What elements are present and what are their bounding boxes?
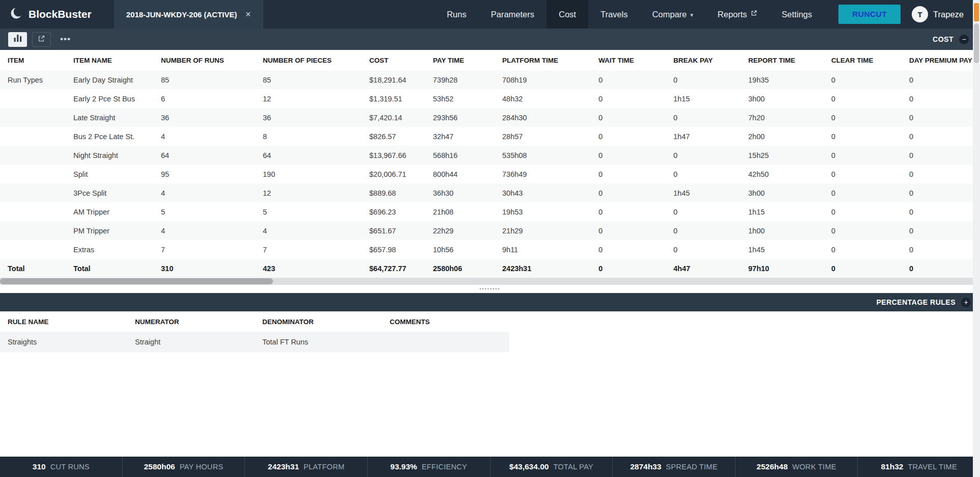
stat-label: WORK TIME	[793, 463, 836, 471]
table-cell: 8	[255, 127, 362, 146]
close-icon[interactable]: ✕	[245, 10, 251, 18]
table-cell: 64	[255, 146, 362, 165]
table-cell: 0	[591, 146, 666, 165]
brand-logo[interactable]: BlockBuster	[0, 6, 101, 23]
table-cell: 0	[666, 240, 741, 259]
table-cell: Night Straight	[66, 146, 153, 165]
total-cell: Total	[66, 259, 153, 278]
table-cell: 0	[902, 165, 980, 183]
table-cell: $889.68	[362, 183, 425, 202]
table-cell: $7,420.14	[362, 108, 425, 127]
panel-splitter[interactable]: ••••••••	[0, 285, 980, 293]
column-header: WAIT TIME	[591, 50, 666, 70]
stat-label: TRAVEL TIME	[908, 463, 957, 471]
table-row[interactable]: Night Straight6464$13,967.66568h16535h08…	[0, 146, 980, 165]
add-percentage-rule-icon[interactable]: +	[961, 298, 971, 307]
total-cell: 310	[153, 259, 255, 278]
table-cell	[0, 183, 66, 202]
table-cell: 293h56	[425, 108, 495, 127]
status-stat: 2526h48WORK TIME	[735, 457, 858, 477]
table-cell: 0	[666, 70, 741, 89]
table-cell: 0	[591, 165, 666, 183]
table-row[interactable]: Run TypesEarly Day Straight8585$18,291.6…	[0, 70, 980, 89]
horizontal-scrollbar[interactable]	[0, 278, 973, 285]
percentage-rules-header: PERCENTAGE RULES +	[0, 293, 980, 311]
table-row[interactable]: PM Tripper44$651.6722h2921h29001h0000	[0, 221, 980, 240]
table-cell: 4	[153, 221, 255, 240]
nav-item-label: Reports	[718, 10, 747, 19]
scenario-tab[interactable]: 2018-JUN-WKDY-206 (ACTIVE) ✕	[114, 0, 263, 29]
table-cell: 739h28	[425, 70, 495, 89]
status-stat: 81h32TRAVEL TIME	[857, 457, 980, 477]
status-stat: $43,634.00TOTAL PAY	[490, 457, 613, 477]
nav-item-travels[interactable]: Travels	[588, 0, 640, 29]
table-row[interactable]: Extras77$657.9810h569h11001h4500	[0, 240, 980, 259]
runcut-button[interactable]: RUNCUT	[838, 5, 901, 24]
column-header: REPORT TIME	[741, 50, 824, 70]
table-cell: 95	[153, 165, 255, 183]
horizontal-scrollbar-thumb[interactable]	[0, 278, 273, 284]
table-cell	[0, 108, 66, 127]
table-cell: 3h00	[741, 183, 824, 202]
table-cell: Bus 2 Pce Late St.	[66, 127, 153, 146]
table-cell: 0	[666, 146, 741, 165]
vertical-scrollbar-thumb[interactable]	[974, 23, 979, 63]
table-row[interactable]: 3Pce Split412$889.6836h3030h4301h453h000…	[0, 183, 980, 202]
nav-item-label: Parameters	[491, 10, 534, 19]
nav-item-runs[interactable]: Runs	[434, 0, 479, 29]
blockbuster-logo-icon	[9, 6, 23, 23]
table-cell: 0	[824, 89, 902, 108]
export-button[interactable]	[32, 32, 51, 47]
table-cell: 1h00	[741, 221, 824, 240]
empty-area	[0, 352, 980, 457]
table-cell: 708h19	[495, 70, 591, 89]
stat-value: $43,634.00	[509, 462, 549, 471]
cost-table: ITEMITEM NAMENUMBER OF RUNSNUMBER OF PIE…	[0, 50, 980, 278]
scenario-tab-label: 2018-JUN-WKDY-206 (ACTIVE)	[126, 10, 237, 19]
table-cell: 0	[666, 165, 741, 183]
user-menu[interactable]: T Trapeze	[912, 6, 964, 22]
stat-label: SPREAD TIME	[666, 463, 717, 471]
vertical-scrollbar[interactable]	[973, 0, 980, 477]
table-cell	[0, 165, 66, 183]
column-header: DENOMINATOR	[255, 311, 382, 332]
nav-item-reports[interactable]: Reports	[705, 0, 770, 29]
table-row[interactable]: StraightsStraightTotal FT Runs	[0, 332, 509, 352]
stat-value: 2526h48	[756, 462, 787, 471]
more-options-button[interactable]: •••	[56, 34, 75, 44]
table-cell	[0, 240, 66, 259]
table-row[interactable]: Bus 2 Pce Late St.48$826.5732h4728h5701h…	[0, 127, 980, 146]
table-cell: $651.67	[362, 221, 425, 240]
table-cell: 0	[902, 183, 980, 202]
nav-item-settings[interactable]: Settings	[770, 0, 825, 29]
table-cell: 0	[824, 70, 902, 89]
table-row[interactable]: Early 2 Pce St Bus612$1,319.5153h5248h32…	[0, 89, 980, 108]
table-cell: 28h57	[495, 127, 591, 146]
table-cell: 3h00	[741, 89, 824, 108]
table-row[interactable]: Late Straight3636$7,420.14293h56284h3000…	[0, 108, 980, 127]
nav-item-cost[interactable]: Cost	[547, 0, 588, 29]
column-header: NUMERATOR	[127, 311, 255, 332]
chart-view-button[interactable]	[8, 32, 27, 47]
column-header: NUMBER OF RUNS	[153, 50, 255, 70]
table-row[interactable]: Split95190$20,006.71800h44736h490042h500…	[0, 165, 980, 183]
nav-item-parameters[interactable]: Parameters	[479, 0, 547, 29]
cost-table-region: ITEMITEM NAMENUMBER OF RUNSNUMBER OF PIE…	[0, 50, 980, 278]
collapse-cost-panel-icon[interactable]: −	[959, 35, 969, 44]
app-window: BlockBuster 2018-JUN-WKDY-206 (ACTIVE) ✕…	[0, 0, 980, 477]
table-cell: 19h53	[495, 202, 591, 221]
total-cell: 97h10	[741, 259, 824, 278]
table-row[interactable]: AM Tripper55$696.2321h0819h53001h1500	[0, 202, 980, 221]
export-icon	[38, 35, 45, 44]
nav-item-compare[interactable]: Compare▾	[640, 0, 705, 29]
table-cell: 0	[824, 127, 902, 146]
total-row[interactable]: TotalTotal310423$64,727.772580h062423h31…	[0, 259, 980, 278]
status-stat: 93.93%EFFICIENCY	[367, 457, 490, 477]
table-cell: 85	[255, 70, 362, 89]
table-cell: 0	[824, 240, 902, 259]
column-header: PLATFORM TIME	[495, 50, 591, 70]
table-cell: 22h29	[425, 221, 495, 240]
table-cell: 0	[824, 202, 902, 221]
table-cell	[0, 127, 66, 146]
table-cell: 0	[824, 146, 902, 165]
